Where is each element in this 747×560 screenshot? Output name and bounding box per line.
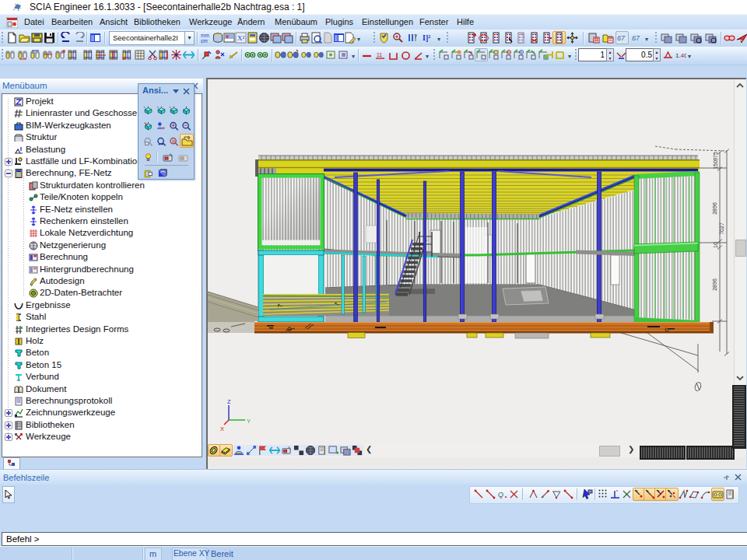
svg-text:2896: 2896 [712, 202, 717, 215]
svg-text:Y: Y [247, 418, 251, 425]
svg-text:10: 10 [713, 242, 718, 248]
svg-text:2896: 2896 [712, 278, 717, 291]
svg-text:X: X [220, 425, 224, 432]
svg-text:975: 975 [713, 152, 718, 161]
svg-text:150: 150 [713, 160, 718, 170]
svg-text:11: 11 [377, 52, 382, 58]
svg-text:Z: Z [227, 398, 231, 405]
svg-text:1.40: 1.40 [675, 52, 686, 59]
svg-text:7027: 7027 [719, 222, 724, 235]
